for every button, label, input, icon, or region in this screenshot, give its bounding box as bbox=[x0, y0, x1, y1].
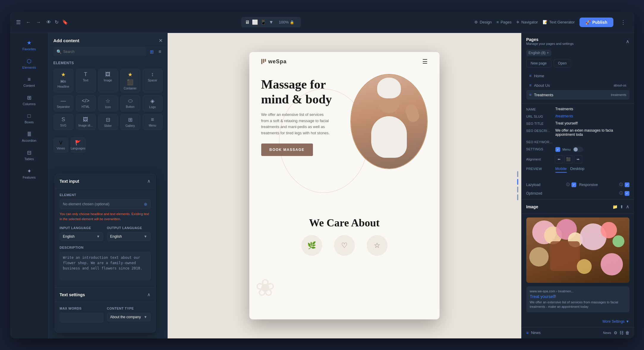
lazyload-checkbox[interactable] bbox=[571, 182, 576, 187]
element-image[interactable]: 🖼 Image bbox=[98, 69, 118, 93]
refresh-icon[interactable]: ↻ bbox=[55, 19, 59, 25]
new-page-button[interactable]: New page bbox=[526, 59, 551, 67]
logo-text: weSpa bbox=[268, 59, 287, 65]
accordion-icon: ≣ bbox=[27, 131, 32, 138]
sidebar-item-elements[interactable]: ⬡ Elements bbox=[16, 55, 42, 72]
sidebar-item-accordion[interactable]: ≣ Accordion bbox=[16, 128, 42, 145]
input-language-select[interactable]: English ▼ bbox=[60, 232, 103, 241]
max-words-input[interactable]: 300 bbox=[63, 316, 100, 320]
element-headline[interactable]: ★ H≡ Headline bbox=[53, 69, 73, 93]
element-slider[interactable]: ⊟ Slider bbox=[98, 114, 118, 130]
treatments-drag-icon: ≡ bbox=[529, 92, 532, 97]
sidebar-item-label: Favorites bbox=[22, 47, 36, 51]
element-container[interactable]: ★ ⬛ Container bbox=[120, 69, 140, 93]
icon-icon: ☆ bbox=[106, 98, 110, 104]
list-view-button[interactable]: ≡ bbox=[157, 48, 162, 56]
design-tab[interactable]: ⚙ Design bbox=[474, 20, 492, 24]
element-logo[interactable]: ◈ Logo bbox=[143, 95, 163, 111]
pages-tab[interactable]: ≡ Pages bbox=[497, 20, 511, 24]
element-gallery[interactable]: ⊞ Gallery bbox=[120, 114, 140, 130]
flag-item[interactable]: 🚩 Languages bbox=[71, 137, 86, 153]
open-page-button[interactable]: Open bbox=[554, 59, 571, 67]
save-icon[interactable]: 🔖 bbox=[62, 19, 68, 25]
align-center-button[interactable]: ⬛ bbox=[564, 155, 573, 163]
grid-view-button[interactable]: ⊞ bbox=[149, 48, 155, 56]
sidebar-item-columns[interactable]: ⊞ Columns bbox=[16, 92, 42, 109]
sidebar-item-boxes-label: Boxes bbox=[25, 120, 34, 124]
mobile-icon[interactable]: 📱 bbox=[260, 19, 266, 25]
image-upload-icon[interactable]: ⬆ bbox=[620, 204, 623, 209]
pages-collapse-button[interactable]: ∧ bbox=[626, 39, 629, 44]
responsive-checkbox[interactable] bbox=[625, 182, 629, 187]
description-textarea[interactable]: Write an introduction text about our flo… bbox=[63, 255, 147, 276]
element-select[interactable]: No element chosen (optional) ⊕ bbox=[60, 199, 151, 209]
pages-title: Pages bbox=[526, 37, 574, 42]
menu-toggle[interactable] bbox=[573, 147, 583, 152]
page-item-about[interactable]: ≡ About Us about-us bbox=[526, 81, 629, 90]
image-panel-collapse[interactable]: ∧ bbox=[626, 204, 629, 209]
output-language-select[interactable]: English ▼ bbox=[107, 232, 151, 241]
news-settings-icon[interactable]: ⚙ bbox=[614, 330, 618, 335]
element-menu[interactable]: ≡ Menu bbox=[143, 114, 163, 130]
element-html[interactable]: </> HTML bbox=[76, 95, 96, 111]
optimized-checkbox[interactable] bbox=[625, 191, 629, 196]
search-input[interactable] bbox=[63, 50, 144, 54]
sidebar-item-tables[interactable]: ⊟ Tables bbox=[16, 146, 42, 164]
panel-close-button[interactable]: ✕ bbox=[159, 38, 163, 43]
element-icon-el[interactable]: ☆ Icon bbox=[98, 95, 118, 111]
seo-desc-row: SEO DESCRI... We offer an exten massages… bbox=[526, 128, 629, 137]
news-delete-icon[interactable]: 🗑 bbox=[625, 330, 629, 335]
element-button[interactable]: ⬭ Button bbox=[120, 95, 140, 111]
content-type-select[interactable]: About the company ▼ bbox=[107, 313, 151, 321]
more-settings-link[interactable]: More Settings ▼ bbox=[522, 319, 634, 327]
element-svg[interactable]: S SVG bbox=[53, 114, 73, 130]
page-item-home[interactable]: ≡ Home bbox=[526, 71, 629, 81]
description-label: DESCRIPTION bbox=[60, 246, 151, 249]
align-left-button[interactable]: ⬅ bbox=[555, 155, 563, 163]
sidebar-item-favorites[interactable]: ★ Favorites bbox=[16, 37, 42, 54]
desktop-icon[interactable]: 🖥 bbox=[245, 20, 250, 25]
home-page-name: Home bbox=[534, 74, 626, 78]
desktop-tab[interactable]: Desktop bbox=[570, 166, 585, 173]
element-spacer[interactable]: ↕ Spacer bbox=[143, 69, 163, 93]
element-select-icon[interactable]: ⊕ bbox=[144, 202, 147, 206]
nav-menu-icon[interactable]: ☰ bbox=[422, 58, 428, 65]
news-link-icon[interactable]: ⛓ bbox=[619, 330, 623, 335]
redo-button[interactable]: → bbox=[34, 18, 43, 26]
element-image-slider[interactable]: 🖼 Image sli... bbox=[76, 114, 96, 130]
book-massage-button[interactable]: BOOK MASSAGE bbox=[261, 144, 313, 156]
lang-add-icon[interactable]: + bbox=[547, 51, 549, 55]
mobile-tab[interactable]: Mobile bbox=[555, 166, 567, 173]
person-figure bbox=[351, 75, 427, 168]
navigator-tab[interactable]: ✈ Navigator bbox=[516, 20, 538, 24]
hamburger-icon[interactable]: ☰ bbox=[16, 19, 21, 26]
lang-badge[interactable]: English (8) + bbox=[526, 50, 551, 56]
undo-button[interactable]: ← bbox=[24, 18, 33, 26]
element-separator[interactable]: ― Separator bbox=[53, 95, 73, 111]
text-settings-collapse[interactable]: ∧ bbox=[147, 292, 151, 297]
align-right-button[interactable]: ➡ bbox=[574, 155, 582, 163]
seo-preview-section: www.we-spa.com › treatmen... Treat yours… bbox=[522, 286, 634, 319]
design-label: Design bbox=[480, 20, 492, 24]
sidebar-item-features[interactable]: ✦ Features bbox=[16, 165, 42, 182]
publish-button[interactable]: 🚀 Publish bbox=[580, 18, 613, 27]
text-settings-body: MAX WORDS 300 CONTENT TYPE About the com… bbox=[55, 302, 155, 332]
more-button[interactable]: ⋮ bbox=[618, 18, 628, 27]
page-item-treatments[interactable]: ≡ Treatments treatments bbox=[526, 90, 629, 100]
menu-checkbox[interactable] bbox=[555, 147, 560, 152]
vimeo-item[interactable]: V Vimeo bbox=[53, 138, 68, 153]
preview-icon[interactable]: 👁 bbox=[46, 20, 51, 25]
text-settings-cols: MAX WORDS 300 CONTENT TYPE About the com… bbox=[60, 307, 151, 323]
element-text[interactable]: T Text bbox=[76, 69, 96, 93]
image-slider-label: Image sli... bbox=[78, 124, 93, 127]
image-folder-icon[interactable]: 📁 bbox=[612, 204, 618, 209]
news-actions: ⚙ ⛓ 🗑 bbox=[614, 330, 629, 335]
language-selects: INPUT LANGUAGE English ▼ OUTPUT LANGUAGE… bbox=[60, 226, 151, 241]
expand-icon[interactable]: ▼ bbox=[269, 20, 273, 25]
tablet-icon[interactable]: ⬜ bbox=[252, 19, 258, 25]
sidebar-item-boxes[interactable]: □ Boxes bbox=[16, 110, 42, 127]
text-input-collapse-button[interactable]: ∧ bbox=[147, 178, 151, 184]
sidebar-item-content[interactable]: ≡ Content bbox=[16, 73, 42, 90]
sidebar-item-tables-label: Tables bbox=[24, 157, 34, 161]
text-generator-tab[interactable]: 📝 Text Generator bbox=[543, 20, 575, 24]
